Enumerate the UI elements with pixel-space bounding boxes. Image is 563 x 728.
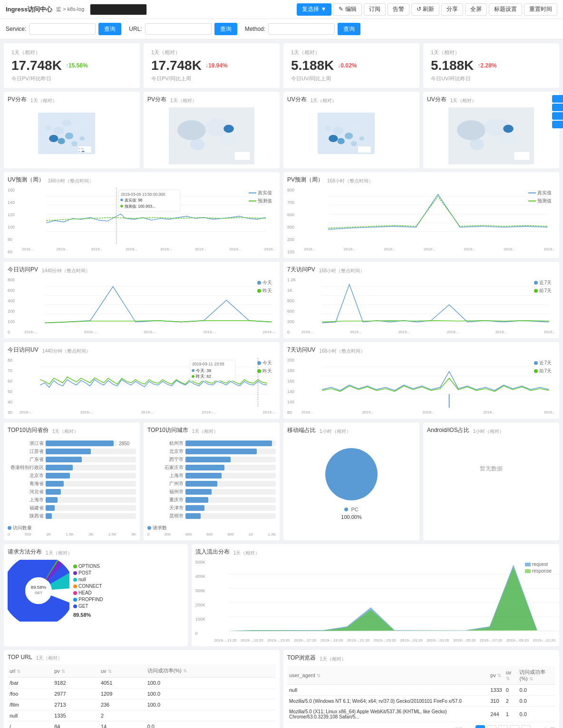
refresh-button[interactable]: ↺ 刷新	[411, 3, 439, 16]
browser-page-5-btn[interactable]: 5	[521, 725, 531, 728]
today-pv-title: 今日访问PV	[8, 266, 38, 274]
subscribe-button[interactable]: 订阅	[364, 3, 386, 16]
svg-point-37	[503, 125, 514, 133]
svg-point-33	[457, 120, 485, 140]
svg-rect-14	[82, 151, 84, 152]
mobile-pie-svg	[323, 446, 380, 503]
browser-page-3-btn[interactable]: 3	[498, 725, 508, 728]
metric-sub-3: 今日UV/环比昨日	[431, 75, 552, 82]
title-settings-button[interactable]: 标题设置	[489, 3, 522, 16]
svg-text:89.58%: 89.58%	[31, 584, 47, 590]
url-item: URL: 查询	[129, 23, 237, 35]
browser-page-4-btn[interactable]: 4	[510, 725, 519, 728]
china-map-uv	[287, 107, 416, 164]
pv-forecast-title: PV预测（周）	[287, 176, 323, 184]
ua-col-header: user_agent ⇅	[287, 666, 488, 685]
metric-card-1: 1天（相对） 17.748K ↓19.94% 今日PV/同比上周	[144, 43, 280, 88]
inout-legend: request response	[525, 562, 552, 574]
pc-percent: 100.00%	[341, 514, 361, 520]
uv-forecast-title: UV预测（周）	[8, 176, 44, 184]
right-tab-1[interactable]: 缩	[552, 95, 563, 103]
map-subtitle-0: 1天（相对）	[30, 97, 57, 104]
inout-flow-svg	[214, 560, 563, 636]
rate-col-header-b: 访问成功率(%) ⇅	[517, 666, 555, 685]
right-tab-3[interactable]: 缩	[552, 112, 563, 120]
bar-item: 香港特别行政区	[8, 464, 136, 471]
bar-item: 浙江省 2850	[8, 440, 136, 447]
top10-row: TOP10访问省份 1天（相对） 浙江省 2850 江苏省 广东省	[4, 422, 559, 540]
url-label: URL:	[129, 26, 142, 32]
table-row: Mozilla/5.0 (X11; Linux x86_64) Apple We…	[287, 707, 555, 722]
svg-rect-38	[514, 152, 530, 160]
metric-change-0: ↑15.56%	[66, 62, 88, 69]
metric-period-2: 1天（相对）	[291, 49, 412, 56]
table-row: /film 2713 236 100.0	[8, 699, 276, 710]
method-query-btn[interactable]: 查询	[338, 23, 360, 35]
browser-page-1-btn[interactable]: 1	[476, 725, 485, 728]
bar-item: 上海市	[147, 472, 276, 479]
url-query-btn[interactable]: 查询	[214, 23, 237, 35]
right-tab-4[interactable]: 缩	[552, 121, 563, 128]
bar-item: 杭州市	[147, 440, 276, 447]
uv-col-header: uv ⇅	[99, 664, 146, 678]
svg-point-16	[177, 120, 206, 140]
table-row: /foo 2977 1209 100.0	[8, 689, 276, 699]
table-row: null 1335 2	[8, 710, 276, 721]
map-title-0: PV分布	[8, 96, 27, 104]
svg-point-25	[345, 133, 353, 139]
metric-sub-2: 今日UV/同比上周	[291, 75, 412, 82]
pv-col-header-b: pv ⇅	[488, 666, 504, 685]
world-map-svg-1	[147, 107, 276, 164]
svg-text:今天: 39: 今天: 39	[196, 368, 212, 373]
inout-flow-card: 流入流出分布 1天（相对） 500K400K300K200K100K0	[192, 544, 559, 646]
service-query-btn[interactable]: 查询	[98, 23, 121, 35]
android-ios-no-data: 暂无数据	[427, 455, 555, 482]
today-uv-legend: 今天 昨天	[257, 360, 272, 374]
inout-flow-title: 流入流出分布	[195, 548, 230, 556]
pv-forecast-card: PV预测（周） 168小时（整点时间） 800700600500200100	[283, 172, 559, 258]
svg-text:■ 高: ■ 高	[79, 150, 82, 153]
today-pv-subtitle: 1440分钟（整点时间）	[42, 268, 90, 274]
method-input[interactable]	[268, 23, 335, 35]
today-pv-legend: 今天 昨天	[257, 279, 272, 294]
metric-sub-1: 今日PV/同比上周	[151, 75, 272, 82]
week-pv-chart: 1.2K1K8006002000 近7天	[287, 278, 555, 335]
svg-point-5	[73, 125, 81, 131]
today-uv-card: 今日访问UV 1440分钟（整点时间） 807060504030	[4, 342, 280, 419]
map-subtitle-3: 1天（相对）	[450, 97, 477, 104]
url-input[interactable]	[145, 23, 212, 35]
metric-value-3: 5.188K ↑2.28%	[431, 58, 552, 73]
share-button[interactable]: 分享	[441, 3, 463, 16]
search-input[interactable]	[90, 4, 147, 15]
top-url-table: url ⇅ pv ⇅ uv ⇅ 访问成功率(%) ⇅ /bar 9182 405…	[8, 664, 276, 728]
svg-point-9	[62, 120, 71, 126]
right-tab-2[interactable]: 缩	[552, 104, 563, 111]
bar-item: 陕西省	[8, 513, 136, 519]
edit-button[interactable]: ✎ 编辑	[333, 3, 361, 16]
fullscreen-button[interactable]: 全屏	[465, 3, 487, 16]
svg-point-27	[333, 127, 344, 134]
pc-label: PC	[351, 507, 358, 512]
select-button[interactable]: 复选择 ▼	[297, 3, 331, 16]
metric-sub-0: 今日PV/环比昨日	[11, 75, 132, 82]
svg-text:预测值: 100.903...: 预测值: 100.903...	[125, 204, 156, 209]
svg-text:真实值: 98: 真实值: 98	[125, 198, 143, 202]
service-input[interactable]	[29, 23, 96, 35]
header-actions: 复选择 ▼ ✎ 编辑 订阅 告警 ↺ 刷新 分享 全屏 标题设置 重置时间	[297, 3, 557, 16]
android-ios-title: Android/iOS占比	[427, 426, 469, 434]
inout-chart: 500K400K300K200K100K0 request	[195, 560, 555, 642]
alert-button[interactable]: 告警	[388, 3, 409, 16]
method-legend: OPTIONS POST null CONNECT	[73, 564, 103, 618]
world-map-svg-3	[427, 107, 555, 164]
week-pv-legend: 近7天 前7天	[534, 279, 552, 294]
pv-charts-row: 今日访问PV 1440分钟（整点时间） 8006004002001000	[4, 262, 559, 338]
top-url-table-card: TOP URL 1天（相对） url ⇅ pv ⇅ uv ⇅ 访问成功率(%) …	[4, 650, 280, 728]
reset-time-button[interactable]: 重置时间	[524, 3, 557, 16]
top10-provinces-card: TOP10访问省份 1天（相对） 浙江省 2850 江苏省 广东省	[4, 422, 140, 540]
week-uv-chart: 20018016014010080 近7天	[287, 358, 555, 415]
mobile-ratio-card: 移动端占比 1小时（相对） PC 100.00%	[283, 422, 419, 540]
top-browser-table-card: TOP浏览器 1天（相对） user_agent ⇅ pv ⇅ uv ⇅ 访问成…	[283, 650, 559, 728]
top10-cities-subtitle: 1天（相对）	[192, 428, 219, 435]
map-card-3: UV分布 1天（相对）	[423, 92, 559, 168]
browser-page-2-btn[interactable]: 2	[487, 725, 496, 728]
